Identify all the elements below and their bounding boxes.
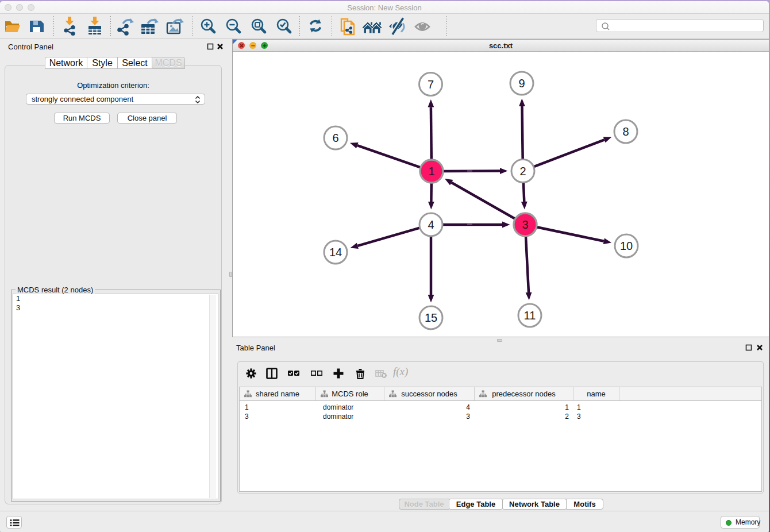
svg-text:1: 1 [428, 165, 434, 178]
svg-text:4: 4 [428, 218, 434, 231]
svg-text:2: 2 [519, 165, 526, 178]
svg-text:8: 8 [622, 125, 629, 138]
svg-text:11: 11 [524, 309, 536, 322]
svg-text:3: 3 [522, 218, 528, 231]
svg-text:9: 9 [518, 77, 525, 90]
svg-text:15: 15 [425, 311, 437, 324]
svg-text:7: 7 [428, 78, 434, 91]
svg-text:14: 14 [329, 246, 342, 259]
svg-text:6: 6 [332, 132, 338, 144]
svg-text:10: 10 [620, 240, 633, 252]
